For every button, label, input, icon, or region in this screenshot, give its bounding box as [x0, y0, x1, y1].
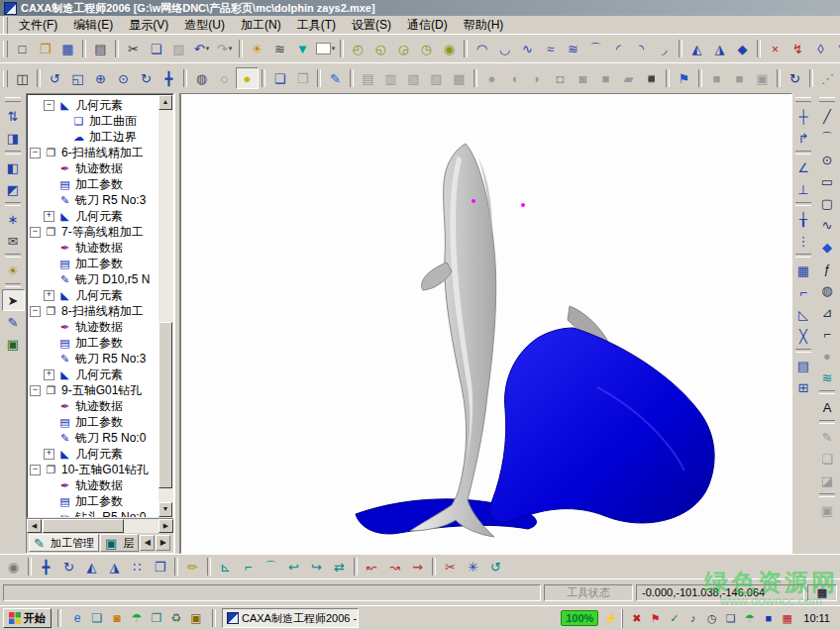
tab-machining-manage[interactable]: ✎加工管理: [29, 534, 99, 552]
tree-node[interactable]: ▤加工参数: [28, 335, 158, 351]
scroll-thumb[interactable]: [158, 322, 172, 488]
pan-view-button[interactable]: ╋: [158, 67, 180, 89]
scroll-track[interactable]: [158, 110, 172, 502]
tree-node[interactable]: ✒轨迹数据: [28, 160, 158, 176]
snap-settings-tool[interactable]: ∗: [2, 208, 25, 230]
curve-smooth-button[interactable]: ⇝: [406, 556, 429, 578]
wireframe-toggle-button[interactable]: ≋: [268, 38, 291, 59]
menu-edit[interactable]: 编辑(E): [65, 16, 121, 34]
vertical-scrollbar[interactable]: ▲ ▼: [158, 95, 172, 517]
menu-help[interactable]: 帮助(H): [456, 16, 512, 34]
alert-flag-icon[interactable]: ⚑: [646, 609, 665, 628]
ie-icon[interactable]: e: [67, 608, 87, 628]
scheduler-icon[interactable]: ◷: [702, 609, 721, 628]
tree-node[interactable]: ✒轨迹数据: [28, 477, 158, 493]
tree-node[interactable]: ▤加工参数: [28, 176, 158, 192]
render-mode-button[interactable]: ☀: [246, 38, 268, 59]
color-picker-button[interactable]: ▭▾: [314, 38, 337, 59]
curve-gen-5-button[interactable]: ◉: [438, 38, 461, 59]
sketch-flag-button[interactable]: ⚑: [673, 67, 695, 89]
array-button[interactable]: ∷: [126, 556, 149, 578]
corner-machining-button[interactable]: ◜: [607, 38, 630, 59]
line-tool[interactable]: ╱: [816, 105, 839, 127]
tree-node[interactable]: −❐10-五轴G01钻孔: [28, 462, 158, 477]
rough-machining-button[interactable]: ◠: [471, 38, 493, 59]
tree-node[interactable]: ✏钻头 R5 No:0: [28, 509, 158, 517]
coordinate-axis-tool[interactable]: ┼: [792, 105, 815, 127]
point-tool[interactable]: ◆: [816, 236, 839, 258]
swap-button[interactable]: ⇄: [328, 556, 351, 578]
antivirus-umbrella-icon[interactable]: ☂: [127, 608, 147, 628]
feature-4-button[interactable]: ▨: [425, 67, 448, 89]
open-file-button[interactable]: ❐: [34, 38, 56, 59]
sheet-tool[interactable]: ▤: [792, 355, 815, 376]
rectangle-tool[interactable]: ▭: [816, 170, 839, 192]
rotate-view-button[interactable]: ↻: [135, 67, 158, 89]
worktable-button[interactable]: ▽: [832, 38, 840, 59]
boolean-1-button[interactable]: ■: [705, 67, 728, 89]
rounded-rect-tool[interactable]: ▢: [816, 192, 839, 214]
copy-entity-button[interactable]: ❐: [149, 556, 171, 578]
hatch-button[interactable]: ⋰: [816, 67, 839, 89]
ruler-tool[interactable]: ⌐: [792, 281, 815, 303]
mirror-button[interactable]: ◭: [80, 556, 103, 578]
toolpath-sim-button[interactable]: ◭: [685, 38, 708, 59]
horizontal-scrollbar[interactable]: ◀ ▶: [27, 518, 173, 533]
tree-expander[interactable]: −: [44, 100, 54, 111]
menu-model[interactable]: 造型(U): [176, 16, 233, 34]
tree-node[interactable]: ▤加工参数: [28, 256, 158, 271]
display-settings-icon[interactable]: ❏: [721, 609, 740, 628]
boolean-3-button[interactable]: ▣: [751, 67, 774, 89]
toolpath-edit-button[interactable]: ◮: [708, 38, 731, 59]
axis-flip-tool[interactable]: ↱: [792, 127, 815, 149]
tab-scroll-left[interactable]: ◀: [140, 535, 155, 551]
triangle-ruler-tool[interactable]: ◺: [792, 303, 815, 325]
curve-join-button[interactable]: ↝: [383, 556, 406, 578]
combine-button[interactable]: ✳: [462, 556, 484, 578]
angle-measure-tool[interactable]: ∠: [792, 157, 815, 178]
power-plug-icon[interactable]: ⚡: [601, 607, 619, 629]
show-desktop-icon[interactable]: ❏: [87, 608, 107, 628]
message-tool[interactable]: ✉: [2, 230, 25, 252]
task-button-caxa[interactable]: CAXA制造工程师2006 - ...: [222, 608, 359, 628]
tree-node[interactable]: −◣几何元素: [28, 97, 158, 113]
feature-2-button[interactable]: ▥: [379, 67, 402, 89]
contour-machining-button[interactable]: ≈: [539, 38, 562, 59]
corner-trim-button[interactable]: ⌐: [237, 556, 260, 578]
tree-expander[interactable]: +: [44, 211, 54, 222]
tree-node[interactable]: +◣几何元素: [28, 287, 158, 303]
shorten-button[interactable]: ↪: [305, 556, 328, 578]
feature-5-button[interactable]: ▩: [448, 67, 471, 89]
layer-button[interactable]: ❏: [268, 67, 291, 89]
toolpath-check-button[interactable]: ◆: [731, 38, 754, 59]
redraw-button[interactable]: ↺: [44, 67, 66, 89]
undo-button[interactable]: ↶▾: [190, 38, 213, 59]
datum-axis-tool[interactable]: ╁: [792, 208, 815, 230]
scroll-down-button[interactable]: ▼: [158, 502, 172, 517]
corner-curve-tool[interactable]: ⌐: [816, 323, 839, 345]
tree-node[interactable]: ✎铣刀 R5 No:0: [28, 430, 158, 446]
menu-file[interactable]: 文件(F): [11, 16, 65, 34]
fillet-button[interactable]: ⌒: [260, 556, 282, 578]
arc-tool[interactable]: ⌒: [816, 127, 839, 149]
tree-node[interactable]: ✒轨迹数据: [28, 398, 158, 414]
profile-tool[interactable]: ◧: [2, 157, 25, 178]
grid-tool[interactable]: ▦: [792, 260, 815, 281]
menu-view[interactable]: 显示(V): [121, 16, 176, 34]
network-error-icon[interactable]: ✖: [627, 609, 646, 628]
table-tool[interactable]: ⊞: [792, 376, 815, 398]
tab-scroll-right[interactable]: ▶: [156, 535, 170, 551]
menu-settings[interactable]: 设置(S): [344, 16, 399, 34]
viewport-3d[interactable]: [180, 93, 792, 554]
perpendicular-tool[interactable]: ⊥: [792, 178, 815, 200]
tree-node[interactable]: ✒轨迹数据: [28, 240, 158, 256]
fill-tool[interactable]: ◪: [816, 470, 839, 491]
formula-curve-tool[interactable]: ƒ: [816, 258, 839, 279]
feature-3-button[interactable]: ▧: [402, 67, 425, 89]
scroll-thumb[interactable]: [43, 519, 124, 533]
text-tool[interactable]: A: [816, 396, 839, 418]
boolean-2-button[interactable]: ■: [728, 67, 751, 89]
delete-path-button[interactable]: ×: [764, 38, 787, 59]
tree-node[interactable]: ✒轨迹数据: [28, 319, 158, 335]
tree-expander[interactable]: −: [30, 306, 41, 317]
